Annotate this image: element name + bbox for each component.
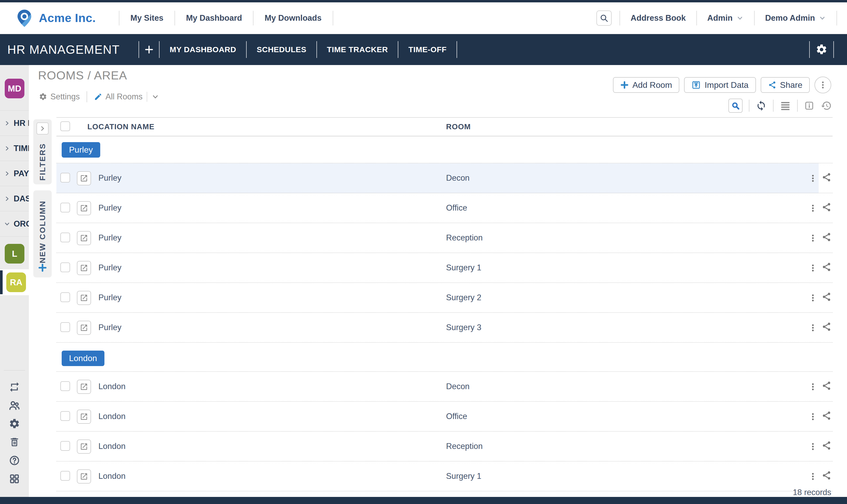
sidebar-item-time[interactable]: TIME bbox=[0, 136, 29, 161]
global-search-button[interactable] bbox=[596, 11, 612, 26]
row-menu-button[interactable] bbox=[806, 410, 819, 423]
row-menu-button[interactable] bbox=[806, 291, 819, 304]
sidebar-item-payroll[interactable]: PAYR bbox=[0, 161, 29, 186]
row-checkbox[interactable] bbox=[60, 471, 70, 481]
row-share-button[interactable] bbox=[822, 411, 831, 420]
add-room-button[interactable]: Add Room bbox=[613, 77, 679, 93]
open-record-button[interactable] bbox=[77, 291, 91, 305]
table-row[interactable]: Purley Office bbox=[56, 193, 833, 223]
row-checkbox[interactable] bbox=[60, 322, 70, 332]
row-checkbox[interactable] bbox=[60, 292, 70, 302]
history-button[interactable] bbox=[821, 100, 832, 111]
row-menu-button[interactable] bbox=[806, 202, 819, 215]
sidebar-item-dashboards[interactable]: DASH bbox=[0, 186, 29, 211]
column-header-location[interactable]: LOCATION NAME bbox=[87, 123, 155, 131]
row-menu-button[interactable] bbox=[806, 380, 819, 393]
sidebar-item-hr-essentials[interactable]: HR ES bbox=[0, 111, 29, 136]
column-header-room[interactable]: ROOM bbox=[446, 123, 471, 131]
search-table-button[interactable] bbox=[728, 98, 743, 113]
user-menu[interactable]: Demo Admin bbox=[755, 13, 836, 23]
row-checkbox[interactable] bbox=[60, 203, 70, 212]
sidebar-item-organisation[interactable]: ORGA bbox=[0, 211, 29, 236]
address-book-link[interactable]: Address Book bbox=[620, 13, 696, 23]
row-share-button[interactable] bbox=[822, 381, 831, 391]
table-row[interactable]: London Surgery 1 bbox=[56, 462, 833, 491]
top-menu-my-sites[interactable]: My Sites bbox=[119, 13, 175, 23]
row-menu-button[interactable] bbox=[806, 172, 819, 185]
group-badge-purley[interactable]: Purley bbox=[61, 142, 100, 158]
expand-filters-button[interactable] bbox=[36, 123, 49, 134]
open-record-button[interactable] bbox=[77, 439, 91, 454]
select-all-checkbox[interactable] bbox=[60, 121, 70, 131]
row-menu-button[interactable] bbox=[806, 321, 819, 334]
row-checkbox[interactable] bbox=[60, 411, 70, 421]
new-column-tab-label[interactable]: NEW COLUMN bbox=[38, 191, 47, 277]
open-record-button[interactable] bbox=[77, 171, 91, 185]
tab-time-tracker[interactable]: TIME TRACKER bbox=[317, 34, 398, 65]
open-record-button[interactable] bbox=[77, 380, 91, 394]
share-button[interactable]: Share bbox=[761, 77, 810, 93]
view-selector[interactable]: All Rooms bbox=[94, 92, 142, 102]
open-record-button[interactable] bbox=[77, 410, 91, 424]
settings-link[interactable]: Settings bbox=[39, 92, 80, 102]
switch-module-button[interactable] bbox=[5, 378, 24, 396]
row-share-button[interactable] bbox=[822, 440, 831, 450]
tab-time-off[interactable]: TIME-OFF bbox=[398, 34, 457, 65]
open-record-button[interactable] bbox=[77, 201, 91, 215]
row-share-button[interactable] bbox=[822, 292, 831, 302]
row-menu-button[interactable] bbox=[806, 440, 819, 453]
table-row[interactable]: London Office bbox=[56, 402, 833, 432]
table-row[interactable]: Purley Surgery 2 bbox=[56, 283, 833, 313]
filters-tab-label[interactable]: FILTERS bbox=[38, 134, 47, 184]
row-checkbox[interactable] bbox=[60, 233, 70, 242]
table-row[interactable]: London Reception bbox=[56, 432, 833, 462]
row-menu-button[interactable] bbox=[806, 232, 819, 245]
admin-menu[interactable]: Admin bbox=[697, 13, 754, 23]
row-checkbox[interactable] bbox=[60, 263, 70, 272]
open-record-button[interactable] bbox=[77, 231, 91, 245]
table-row[interactable]: Purley Reception bbox=[56, 223, 833, 253]
import-data-button[interactable]: Import Data bbox=[684, 77, 756, 93]
view-dropdown-button[interactable] bbox=[152, 93, 159, 101]
top-menu-my-downloads[interactable]: My Downloads bbox=[253, 13, 333, 23]
row-share-button[interactable] bbox=[822, 232, 831, 242]
filters-panel-tab[interactable]: FILTERS bbox=[33, 119, 52, 184]
row-checkbox[interactable] bbox=[60, 381, 70, 391]
row-share-button[interactable] bbox=[822, 322, 831, 332]
settings-button[interactable] bbox=[5, 415, 24, 433]
row-checkbox[interactable] bbox=[60, 173, 70, 182]
row-checkbox[interactable] bbox=[60, 441, 70, 451]
top-menu-my-dashboard[interactable]: My Dashboard bbox=[175, 13, 253, 23]
open-record-button[interactable] bbox=[77, 261, 91, 275]
add-module-button[interactable] bbox=[139, 44, 159, 55]
tab-schedules[interactable]: SCHEDULES bbox=[247, 34, 316, 65]
open-record-button[interactable] bbox=[77, 321, 91, 335]
users-button[interactable] bbox=[5, 396, 24, 415]
row-share-button[interactable] bbox=[822, 172, 831, 182]
brand[interactable]: Acme Inc. bbox=[15, 7, 96, 29]
group-badge-london[interactable]: London bbox=[61, 350, 104, 366]
tab-my-dashboard[interactable]: MY DASHBOARD bbox=[160, 34, 246, 65]
recycle-bin-button[interactable] bbox=[5, 433, 24, 451]
help-button[interactable] bbox=[5, 451, 24, 470]
refresh-button[interactable] bbox=[756, 100, 767, 111]
apps-button[interactable] bbox=[5, 470, 24, 488]
new-column-tab[interactable]: NEW COLUMN bbox=[33, 191, 52, 277]
row-share-button[interactable] bbox=[822, 262, 831, 272]
org-avatar-ra[interactable]: RA bbox=[6, 272, 26, 292]
row-menu-button[interactable] bbox=[806, 262, 819, 274]
org-avatar-l[interactable]: L bbox=[5, 244, 24, 264]
row-density-button[interactable] bbox=[780, 100, 791, 111]
app-settings-button[interactable] bbox=[810, 43, 833, 56]
row-share-button[interactable] bbox=[822, 202, 831, 212]
row-menu-button[interactable] bbox=[806, 470, 819, 483]
info-button[interactable] bbox=[804, 101, 814, 111]
open-record-button[interactable] bbox=[77, 469, 91, 484]
table-row[interactable]: London Decon bbox=[56, 372, 833, 402]
more-options-button[interactable] bbox=[814, 76, 831, 93]
table-row[interactable]: Purley Surgery 1 bbox=[56, 253, 833, 283]
profile-avatar[interactable]: MD bbox=[5, 79, 24, 98]
table-row[interactable]: Purley Surgery 3 bbox=[56, 313, 833, 343]
table-row[interactable]: Purley Decon bbox=[56, 163, 833, 193]
row-share-button[interactable] bbox=[822, 470, 831, 481]
